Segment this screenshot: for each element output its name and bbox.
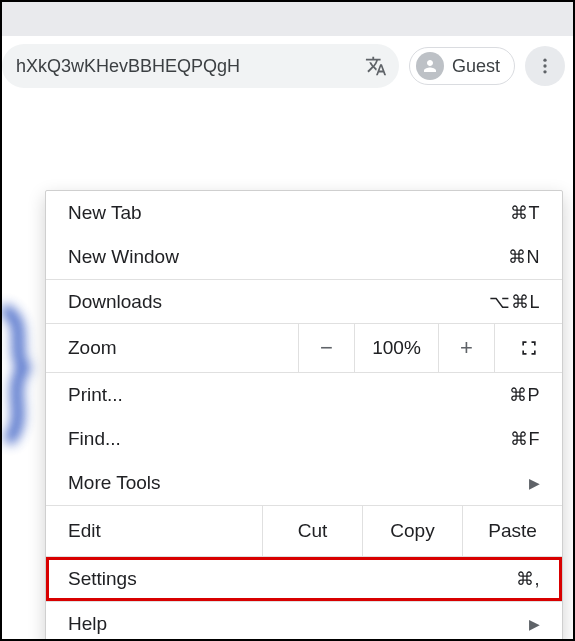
person-icon	[416, 52, 444, 80]
menu-label: Find...	[68, 428, 121, 450]
menu-label: Print...	[68, 384, 123, 406]
edit-label: Edit	[46, 506, 262, 556]
menu-item-help[interactable]: Help ▶	[46, 601, 562, 641]
fullscreen-icon	[519, 338, 539, 358]
url-text: hXkQ3wKHevBBHEQPQgH	[16, 56, 359, 77]
more-menu-button[interactable]	[525, 46, 565, 86]
fullscreen-button[interactable]	[494, 324, 562, 372]
shortcut: ⌘,	[516, 568, 540, 590]
menu-label: Help	[68, 613, 107, 635]
cut-button[interactable]: Cut	[262, 506, 362, 556]
menu-label: More Tools	[68, 472, 161, 494]
menu-item-print[interactable]: Print... ⌘P	[46, 373, 562, 417]
zoom-out-button[interactable]: −	[298, 324, 354, 372]
chevron-right-icon: ▶	[529, 475, 540, 491]
menu-item-more-tools[interactable]: More Tools ▶	[46, 461, 562, 505]
menu-item-settings[interactable]: Settings ⌘,	[46, 557, 562, 601]
translate-icon[interactable]	[359, 49, 393, 83]
menu-label: New Window	[68, 246, 179, 268]
shortcut: ⌘N	[508, 246, 540, 268]
shortcut: ⌥⌘L	[489, 291, 540, 313]
browser-toolbar: hXkQ3wKHevBBHEQPQgH Guest	[2, 36, 573, 96]
address-bar[interactable]: hXkQ3wKHevBBHEQPQgH	[2, 44, 399, 88]
menu-item-find[interactable]: Find... ⌘F	[46, 417, 562, 461]
svg-point-0	[543, 59, 546, 62]
background-blur	[2, 296, 37, 466]
shortcut: ⌘T	[510, 202, 540, 224]
paste-button[interactable]: Paste	[462, 506, 562, 556]
menu-item-downloads[interactable]: Downloads ⌥⌘L	[46, 279, 562, 323]
profile-guest-button[interactable]: Guest	[409, 47, 515, 85]
menu-item-edit: Edit Cut Copy Paste	[46, 505, 562, 557]
shortcut: ⌘F	[510, 428, 540, 450]
menu-item-new-tab[interactable]: New Tab ⌘T	[46, 191, 562, 235]
menu-item-zoom: Zoom − 100% +	[46, 323, 562, 373]
menu-label: New Tab	[68, 202, 142, 224]
zoom-percent: 100%	[354, 324, 438, 372]
chrome-menu: New Tab ⌘T New Window ⌘N Downloads ⌥⌘L Z…	[45, 190, 563, 641]
page-content: New Tab ⌘T New Window ⌘N Downloads ⌥⌘L Z…	[2, 96, 573, 641]
svg-point-2	[543, 70, 546, 73]
menu-item-new-window[interactable]: New Window ⌘N	[46, 235, 562, 279]
zoom-in-button[interactable]: +	[438, 324, 494, 372]
shortcut: ⌘P	[509, 384, 540, 406]
guest-label: Guest	[452, 56, 500, 77]
chevron-right-icon: ▶	[529, 616, 540, 632]
menu-label: Downloads	[68, 291, 162, 313]
tab-strip	[2, 2, 573, 36]
zoom-label: Zoom	[46, 324, 298, 372]
menu-label: Settings	[68, 568, 137, 590]
copy-button[interactable]: Copy	[362, 506, 462, 556]
svg-point-1	[543, 64, 546, 67]
